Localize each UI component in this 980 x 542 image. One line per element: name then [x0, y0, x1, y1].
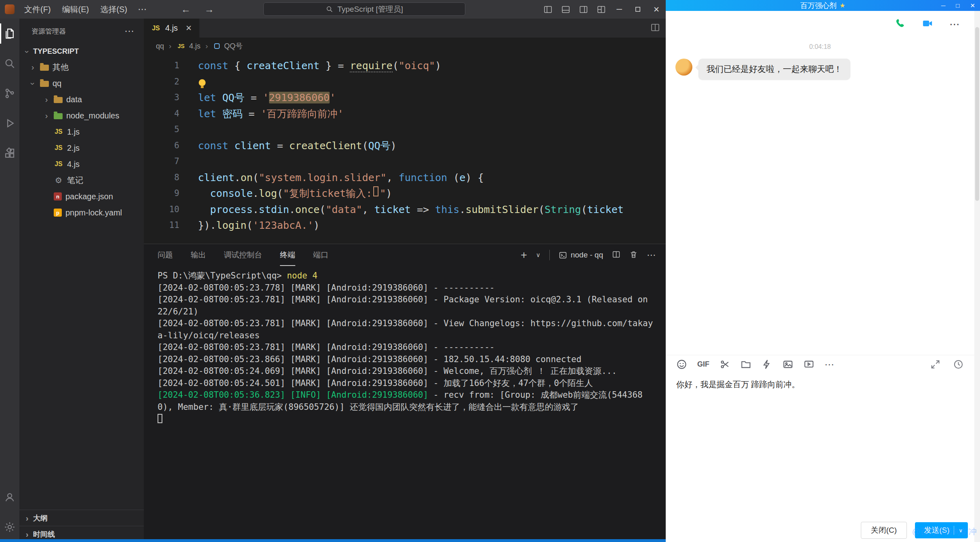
- js-file-icon: JS: [176, 43, 186, 49]
- panel-more-icon[interactable]: ⋯: [647, 250, 657, 261]
- emoji-icon[interactable]: [676, 359, 687, 370]
- command-center-search[interactable]: TypeScript [管理员]: [263, 2, 465, 16]
- voice-call-icon[interactable]: [894, 18, 906, 31]
- split-terminal-icon[interactable]: [612, 250, 620, 260]
- send-button[interactable]: 发送(S) ∨: [915, 522, 968, 538]
- nav-back-icon[interactable]: ←: [181, 4, 191, 15]
- breadcrumb-item[interactable]: QQ号: [213, 41, 243, 51]
- code-line[interactable]: 7: [144, 154, 666, 170]
- account-icon[interactable]: [0, 482, 19, 512]
- toggle-panel-icon[interactable]: [557, 0, 574, 19]
- scrollbar-thumb[interactable]: [975, 27, 979, 201]
- tree-item[interactable]: ›JS1.js: [19, 124, 144, 140]
- code-area[interactable]: 1const { createClient } = require("oicq"…: [144, 55, 666, 244]
- panel-tab[interactable]: 端口: [313, 244, 328, 266]
- menu-item[interactable]: 选择(S): [95, 0, 133, 19]
- close-chat-button[interactable]: 关闭(C): [861, 522, 907, 539]
- panel-tabs: 问题输出调试控制台终端端口 + ∨ node - qq ⋯: [144, 244, 666, 266]
- panel-tab[interactable]: 调试控制台: [224, 244, 262, 266]
- qq-minimize-icon[interactable]: ─: [941, 2, 946, 9]
- code-token: [198, 188, 210, 199]
- send-options-caret-icon[interactable]: ∨: [959, 527, 968, 534]
- file-folder-icon[interactable]: [740, 359, 751, 370]
- close-window-button[interactable]: ✕: [647, 0, 666, 19]
- tab-4js[interactable]: JS 4.js ✕: [144, 19, 200, 38]
- maximize-button[interactable]: [629, 0, 647, 19]
- line-number: 7: [144, 154, 179, 170]
- tree-item[interactable]: ›JS2.js: [19, 140, 144, 156]
- toggle-secondary-sidebar-icon[interactable]: [574, 0, 592, 19]
- source-control-icon[interactable]: [0, 78, 19, 108]
- code-line[interactable]: 3let QQ号 = '2919386060': [144, 90, 666, 106]
- qq-more-icon[interactable]: ⋯: [949, 18, 961, 31]
- settings-icon[interactable]: [0, 512, 19, 542]
- friend-avatar[interactable]: [675, 59, 692, 76]
- explorer-icon[interactable]: [0, 19, 19, 49]
- menu-overflow-icon[interactable]: ⋯: [133, 4, 152, 15]
- code-line[interactable]: 11}).login('123abcA.'): [144, 217, 666, 234]
- tree-item[interactable]: ›ppnpm-lock.yaml: [19, 205, 144, 221]
- code-line[interactable]: 10 process.stdin.once("data", ticket => …: [144, 202, 666, 218]
- search-icon[interactable]: [0, 49, 19, 78]
- panel-tab[interactable]: 终端: [280, 244, 295, 266]
- code-token: ): [435, 60, 441, 72]
- image-icon[interactable]: [782, 359, 793, 370]
- qq-scrollbar[interactable]: [974, 11, 980, 542]
- more-icon[interactable]: ⋯: [824, 359, 835, 370]
- code-line[interactable]: 2: [144, 74, 666, 90]
- tree-item[interactable]: ›data: [19, 91, 144, 108]
- tree-item[interactable]: ›qq: [19, 75, 144, 91]
- lightbulb-icon[interactable]: [199, 79, 206, 86]
- new-terminal-icon[interactable]: +: [521, 249, 527, 262]
- split-editor-icon[interactable]: [650, 23, 660, 34]
- code-line[interactable]: 4let 密码 = '百万蹄蹄向前冲': [144, 106, 666, 122]
- message-input[interactable]: 你好，我是掘金百万 蹄蹄向前冲。: [666, 373, 974, 515]
- code-line[interactable]: 1const { createClient } = require("oicq"…: [144, 58, 666, 74]
- tree-item[interactable]: ›其他: [19, 59, 144, 75]
- kill-terminal-icon[interactable]: [629, 250, 638, 260]
- code-line[interactable]: 5: [144, 122, 666, 138]
- tree-item-label: node_modules: [66, 111, 119, 120]
- breadcrumb-item[interactable]: qq: [156, 42, 164, 51]
- outline-section[interactable]: › 大纲: [19, 510, 144, 526]
- qq-maximize-icon[interactable]: □: [956, 2, 959, 9]
- tab-close-icon[interactable]: ✕: [185, 23, 192, 33]
- gif-icon[interactable]: GIF: [697, 360, 709, 369]
- qq-titlebar: 百万强心剂 ★ ─ □ ✕: [666, 0, 980, 11]
- screenshot-icon[interactable]: [719, 359, 730, 370]
- tree-item[interactable]: ›⚙笔记: [19, 172, 144, 188]
- chat-toolbar: GIF⋯: [666, 355, 974, 373]
- workspace-section[interactable]: › TYPESCRIPT: [19, 44, 144, 59]
- terminal-output[interactable]: PS D:\鸿蒙\TypeScript\qq> node 4[2024-02-0…: [158, 270, 664, 539]
- customize-layout-icon[interactable]: [592, 0, 610, 19]
- extensions-icon[interactable]: [0, 138, 19, 168]
- message-list[interactable]: 0:04:18 我们已经是好友啦，一起来聊天吧！: [666, 38, 974, 353]
- tree-item[interactable]: ›npackage.json: [19, 188, 144, 205]
- explorer-sidebar: 资源管理器 ⋯ › TYPESCRIPT ›其他›qq›data›node_mo…: [19, 19, 144, 542]
- code-line[interactable]: 6const client = createClient(QQ号): [144, 138, 666, 154]
- toggle-sidebar-icon[interactable]: [539, 0, 557, 19]
- menu-item[interactable]: 编辑(E): [57, 0, 95, 19]
- terminal-dropdown-icon[interactable]: ∨: [536, 251, 540, 259]
- screen-share-icon[interactable]: [803, 359, 814, 370]
- code-line[interactable]: 9 console.log("复制ticket输入: "): [144, 186, 666, 202]
- qq-close-icon[interactable]: ✕: [970, 2, 975, 9]
- video-call-icon[interactable]: [922, 18, 933, 31]
- panel-tab[interactable]: 输出: [191, 244, 206, 266]
- explorer-more-icon[interactable]: ⋯: [124, 25, 135, 37]
- breadcrumb-item[interactable]: JS4.js: [176, 42, 200, 51]
- menu-item[interactable]: 文件(F): [19, 0, 57, 19]
- minimize-button[interactable]: ─: [610, 0, 629, 19]
- chat-history-icon[interactable]: [953, 359, 964, 370]
- send-label: 发送(S): [924, 525, 949, 536]
- panel-tab[interactable]: 问题: [158, 244, 173, 266]
- nav-forward-icon[interactable]: →: [204, 4, 214, 15]
- terminal-process-chip[interactable]: node - qq: [559, 251, 603, 259]
- tree-item[interactable]: ›node_modules: [19, 108, 144, 124]
- code-line[interactable]: 8client.on("system.login.slider", functi…: [144, 170, 666, 186]
- expand-icon[interactable]: [930, 359, 941, 370]
- tree-item[interactable]: ›JS4.js: [19, 156, 144, 172]
- shake-window-icon[interactable]: [761, 359, 772, 370]
- qq-header-actions: ⋯: [666, 11, 974, 38]
- run-debug-icon[interactable]: [0, 108, 19, 138]
